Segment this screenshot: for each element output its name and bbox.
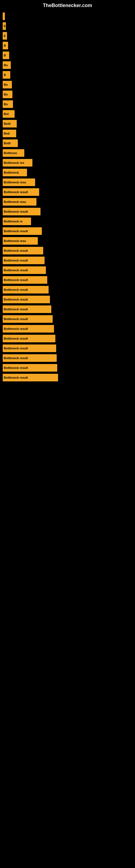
bar: Bottleneck resu <box>3 237 38 245</box>
bar-label: Bottleneck res <box>4 161 24 164</box>
bar-label: Bottleneck result <box>4 259 28 262</box>
bar-row: E <box>3 32 132 40</box>
bar: Bottleneck result <box>3 227 42 235</box>
bar-row: Bottleneck result <box>3 247 132 254</box>
bar: Bo <box>3 81 12 88</box>
bar-row: Bottleneck result <box>3 335 132 342</box>
bar-label: B <box>4 54 6 57</box>
bar: B <box>3 42 8 50</box>
bar: Bottleneck result <box>3 296 50 303</box>
bar-row: Bottleneck result <box>3 296 132 303</box>
bar: Bottleneck result <box>3 315 53 323</box>
bar-label: Bottleneck result <box>4 190 28 194</box>
bar: Bottleneck result <box>3 286 49 293</box>
bar-label: Bo <box>4 83 8 86</box>
bar-label: Bottleneck result <box>4 327 28 330</box>
bar-row: Bottleneck result <box>3 325 132 333</box>
bar-row: Bottleneck result <box>3 344 132 352</box>
bar-row: Bo <box>3 61 132 69</box>
bar: Bottleneck result <box>3 247 43 254</box>
bar: Bottleneck resu <box>3 179 35 186</box>
bar-label: B <box>4 44 6 47</box>
bar-row: Bottleneck result <box>3 286 132 293</box>
bar-row: B <box>3 52 132 59</box>
bar: E <box>3 22 6 30</box>
site-title: TheBottlenecker.com <box>0 0 135 10</box>
bar <box>3 12 5 20</box>
bar-label: Bottleneck result <box>4 308 28 311</box>
bar-row: Bottleneck result <box>3 315 132 323</box>
bar-label: Bottleneck result <box>4 366 28 369</box>
bar: Bottleneck result <box>3 188 39 196</box>
bar-label: Bottleneck result <box>4 269 28 272</box>
bar: Bottleneck result <box>3 208 41 215</box>
bar-label: E <box>4 24 6 28</box>
bar-label: Bottleneck result <box>4 278 28 282</box>
bar: B <box>3 52 9 59</box>
bar-label: Bottleneck result <box>4 376 28 379</box>
bar: Bot <box>3 110 14 118</box>
bar-row: Bottleneck result <box>3 267 132 274</box>
bar-row: Bo <box>3 91 132 98</box>
bar-row: Bottleneck res <box>3 159 132 166</box>
bar-row: Bottl <box>3 140 132 147</box>
bar-label: Bottleneck result <box>4 229 28 233</box>
bar: Bott <box>3 130 16 137</box>
bar: Bo <box>3 61 11 69</box>
bar: Bottleneck result <box>3 325 54 333</box>
bar-row: Bo <box>3 81 132 88</box>
bar-label: Bottleneck result <box>4 356 28 360</box>
bar: Bottleneck res <box>3 159 32 166</box>
bar-row: B <box>3 42 132 50</box>
bar-row: Bo <box>3 100 132 108</box>
bar-row: Bottleneck result <box>3 364 132 372</box>
bar: Bottleneck result <box>3 374 58 381</box>
bar: Bottleneck result <box>3 267 46 274</box>
bars-container: EEBBBoBBoBoBoBotBottlBottBottlBottlenecB… <box>0 10 135 383</box>
bar: Bottleneck <box>3 169 27 176</box>
bar-label: Bottleneck result <box>4 337 28 340</box>
bar-label: Bottleneck result <box>4 347 28 350</box>
bar: Bottleneck resu <box>3 198 37 206</box>
bar-label: Bo <box>4 102 8 106</box>
bar: Bottleneck result <box>3 257 45 264</box>
bar-row: Bottleneck result <box>3 208 132 215</box>
bar-row: Bottleneck re <box>3 218 132 225</box>
bar-label: Bottleneck result <box>4 298 28 301</box>
bar-row: Bott <box>3 130 132 137</box>
bar: Bottleneck result <box>3 305 51 313</box>
bar: Bottleneck result <box>3 344 56 352</box>
bar-row: Bottleneck resu <box>3 237 132 245</box>
bar: E <box>3 32 7 40</box>
bar: Bottleneck result <box>3 276 47 284</box>
bar-row: B <box>3 71 132 79</box>
bar-label: Bottlenec <box>4 151 17 155</box>
bar-row: Bottl <box>3 120 132 127</box>
bar: Bottl <box>3 120 17 127</box>
bar: Bottl <box>3 140 18 147</box>
bar-row: Bottleneck result <box>3 354 132 362</box>
bar: Bottleneck result <box>3 354 57 362</box>
bar-row: E <box>3 22 132 30</box>
bar-row: Bottleneck result <box>3 276 132 284</box>
bar-label: Bo <box>4 93 8 96</box>
bar-label: E <box>4 34 6 37</box>
bar: Bottleneck re <box>3 218 31 225</box>
bar: Bo <box>3 91 12 98</box>
bar: Bo <box>3 100 13 108</box>
bar-label: Bottleneck result <box>4 210 28 213</box>
bar-row: Bottlenec <box>3 149 132 157</box>
bar-row: Bottleneck result <box>3 257 132 264</box>
bar-row <box>3 12 132 20</box>
bar-label: Bottleneck resu <box>4 239 26 243</box>
bar-label: Bottl <box>4 142 10 145</box>
bar: Bottleneck result <box>3 364 57 372</box>
bar-row: Bottleneck result <box>3 227 132 235</box>
bar-label: Bottleneck result <box>4 288 28 291</box>
bar: Bottlenec <box>3 149 24 157</box>
bar: B <box>3 71 10 79</box>
bar-label: Bottleneck result <box>4 317 28 321</box>
bar-label: Bottleneck re <box>4 220 23 223</box>
bar-label: Bott <box>4 132 10 135</box>
bar-label: Bottleneck resu <box>4 181 26 184</box>
